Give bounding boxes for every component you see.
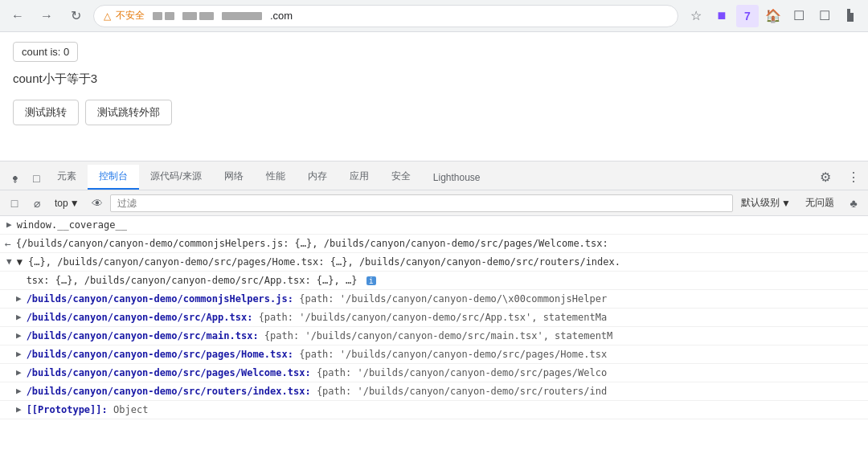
prop-val-6: {path: '/builds/canyon/canyon-demo/src/m…: [264, 330, 612, 341]
ext-square1-icon[interactable]: ☐: [788, 5, 810, 27]
log-level-arrow: ▼: [781, 198, 791, 209]
page-content: count is: 0 count小于等于3 测试跳转 测试跳转外部: [0, 32, 868, 161]
devtools-tabs: ⧭ □ 元素 控制台 源代码/来源 网络 性能 内存 应用 安全 Lightho…: [0, 161, 868, 190]
console-line-7[interactable]: ▶ /builds/canyon/canyon-demo/src/pages/H…: [0, 345, 868, 364]
prop-key-4: /builds/canyon/canyon-demo/commonjsHelpe…: [27, 293, 293, 305]
tab-security[interactable]: 安全: [380, 165, 422, 190]
browser-chrome: ← → ↻ △ 不安全 .com ☆ ■ 7 🏠 ☐ ☐ 🬺: [0, 0, 868, 32]
ext-cookie-icon[interactable]: 🬺: [839, 5, 862, 27]
prop-val-4: {path: '/builds/canyon/canyon-demo/\x00c…: [299, 293, 607, 305]
console-line-4[interactable]: ▶ /builds/canyon/canyon-demo/commonjsHel…: [0, 290, 868, 309]
expand-arrow-8: ▶: [16, 366, 22, 378]
log-level-label: 默认级别: [741, 196, 780, 210]
console-content-1: {/builds/canyon/canyon-demo/commonjsHelp…: [16, 236, 862, 251]
collapse-arrow-2: ▼: [6, 255, 12, 267]
ext-puzzle-icon[interactable]: ■: [710, 5, 733, 27]
tab-network[interactable]: 网络: [213, 165, 255, 190]
console-line-2[interactable]: ▼ ▼ {…}, /builds/canyon/canyon-demo/src/…: [0, 253, 868, 272]
tab-sources[interactable]: 源代码/来源: [139, 165, 212, 190]
devtools-toolbar: □ ⌀ top ▼ 👁 默认级别 ▼ 无问题 ♣: [0, 190, 868, 216]
expand-arrow-10: ▶: [16, 403, 22, 415]
arrow-left-1: ←: [5, 236, 11, 250]
ext-square2-icon[interactable]: ☐: [813, 5, 836, 27]
prop-key-6: /builds/canyon/canyon-demo/src/main.tsx:: [27, 330, 259, 341]
prop-val-9: {path: '/builds/canyon/canyon-demo/src/r…: [317, 386, 607, 397]
prop-val-5: {path: '/builds/canyon/canyon-demo/src/A…: [259, 312, 607, 323]
tab-application[interactable]: 应用: [338, 165, 380, 190]
devtools-inspect-icon[interactable]: □: [27, 167, 46, 190]
console-text-0: window.__coverage__: [17, 219, 127, 231]
info-badge: i: [366, 276, 376, 285]
eye-button[interactable]: 👁: [88, 194, 107, 213]
frame-selector-label: top: [55, 198, 68, 209]
console-content-2: ▼ {…}, /builds/canyon/canyon-demo/src/pa…: [17, 255, 862, 269]
console-line-5[interactable]: ▶ /builds/canyon/canyon-demo/src/App.tsx…: [0, 309, 868, 327]
ext-7-icon[interactable]: 7: [736, 5, 759, 27]
prop-key-5: /builds/canyon/canyon-demo/src/App.tsx:: [27, 312, 253, 323]
log-level-selector[interactable]: 默认级别 ▼: [736, 194, 796, 211]
console-content-7: /builds/canyon/canyon-demo/src/pages/Hom…: [27, 347, 862, 362]
console-line-9[interactable]: ▶ /builds/canyon/canyon-demo/src/routers…: [0, 382, 868, 401]
console-line-0[interactable]: ▶ window.__coverage__: [0, 216, 868, 235]
console-content-6: /builds/canyon/canyon-demo/src/main.tsx:…: [27, 329, 862, 343]
expand-arrow-0: ▶: [6, 218, 12, 230]
console-content-10: [[Prototype]]: Object: [27, 403, 862, 417]
tab-elements[interactable]: 元素: [46, 165, 88, 190]
tab-lighthouse[interactable]: Lighthouse: [422, 167, 492, 190]
prop-val-7: {path: '/builds/canyon/canyon-demo/src/p…: [299, 349, 607, 360]
expand-arrow-6: ▶: [16, 329, 22, 341]
prop-key-10: [[Prototype]]:: [27, 404, 108, 415]
prop-key-9: /builds/canyon/canyon-demo/src/routers/i…: [27, 386, 311, 397]
back-button[interactable]: ←: [6, 5, 29, 27]
tab-memory[interactable]: 内存: [297, 165, 338, 190]
console-text-1: {/builds/canyon/canyon-demo/commonjsHelp…: [16, 238, 608, 249]
prop-val-8: {path: '/builds/canyon/canyon-demo/src/p…: [317, 367, 607, 378]
prop-key-8: /builds/canyon/canyon-demo/src/pages/Wel…: [27, 367, 311, 378]
devtools-panel: ⧭ □ 元素 控制台 源代码/来源 网络 性能 内存 应用 安全 Lightho…: [0, 161, 868, 434]
jump-external-button[interactable]: 测试跳转外部: [85, 100, 172, 125]
tab-performance[interactable]: 性能: [255, 165, 297, 190]
expand-arrow-9: ▶: [16, 384, 22, 396]
url-redacted: [153, 12, 262, 20]
devtools-console: ▶ window.__coverage__ ← {/builds/canyon/…: [0, 216, 868, 434]
ext-home-icon[interactable]: 🏠: [762, 5, 784, 27]
console-content-3: tsx: {…}, /builds/canyon/canyon-demo/src…: [27, 273, 862, 288]
console-text-3: tsx: {…}, /builds/canyon/canyon-demo/src…: [27, 275, 358, 286]
jump-button[interactable]: 测试跳转: [13, 100, 79, 125]
prop-val-10: Object: [113, 404, 148, 415]
console-content-4: /builds/canyon/canyon-demo/commonjsHelpe…: [27, 292, 862, 306]
console-content-0: window.__coverage__: [17, 218, 862, 232]
console-line-10[interactable]: ▶ [[Prototype]]: Object: [0, 401, 868, 419]
reload-button[interactable]: ↻: [64, 5, 87, 27]
expand-arrow-4: ▶: [16, 292, 22, 304]
devtools-cursor-icon[interactable]: ⧭: [3, 168, 27, 190]
console-content-9: /builds/canyon/canyon-demo/src/routers/i…: [27, 384, 862, 399]
forward-button[interactable]: →: [35, 5, 58, 27]
console-filter-input[interactable]: [110, 194, 734, 212]
issues-icon[interactable]: ♣: [844, 194, 863, 213]
console-line-3[interactable]: ▶ tsx: {…}, /builds/canyon/canyon-demo/s…: [0, 272, 868, 290]
bookmark-icon[interactable]: ☆: [685, 5, 707, 27]
console-text-2: ▼ {…}, /builds/canyon/canyon-demo/src/pa…: [17, 256, 620, 268]
url-domain: .com: [270, 10, 293, 22]
tab-console[interactable]: 控制台: [88, 165, 139, 190]
block-requests-button[interactable]: ⌀: [27, 194, 47, 213]
prop-key-7: /builds/canyon/canyon-demo/src/pages/Hom…: [27, 349, 293, 360]
issues-badge: 无问题: [799, 194, 841, 211]
count-badge: count is: 0: [13, 42, 78, 62]
console-content-5: /builds/canyon/canyon-demo/src/App.tsx: …: [27, 310, 862, 325]
devtools-more-icon[interactable]: ⋮: [839, 165, 868, 190]
devtools-settings-icon[interactable]: ⚙: [812, 165, 839, 190]
count-condition: count小于等于3: [13, 72, 855, 87]
expand-arrow-7: ▶: [16, 347, 22, 359]
console-line-6[interactable]: ▶ /builds/canyon/canyon-demo/src/main.ts…: [0, 327, 868, 345]
sidebar-toggle-button[interactable]: □: [5, 194, 24, 213]
frame-selector[interactable]: top ▼: [50, 196, 84, 211]
address-bar[interactable]: △ 不安全 .com: [93, 5, 678, 27]
console-line-1[interactable]: ← {/builds/canyon/canyon-demo/commonjsHe…: [0, 235, 868, 253]
frame-dropdown-arrow: ▼: [70, 198, 80, 209]
console-content-8: /builds/canyon/canyon-demo/src/pages/Wel…: [27, 366, 862, 380]
console-line-8[interactable]: ▶ /builds/canyon/canyon-demo/src/pages/W…: [0, 364, 868, 382]
security-warning-text: 不安全: [116, 9, 145, 22]
expand-arrow-5: ▶: [16, 310, 22, 322]
